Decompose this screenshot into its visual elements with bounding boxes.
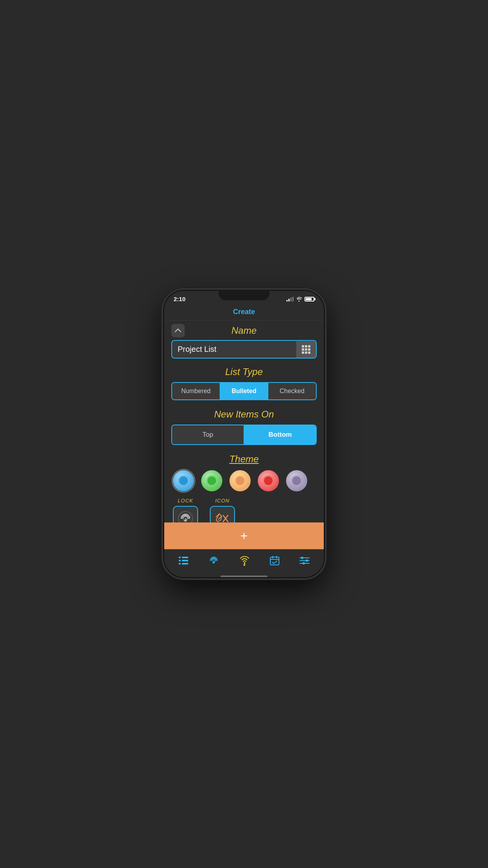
notch bbox=[218, 291, 270, 300]
new-items-section: New Items On Top Bottom bbox=[164, 406, 324, 451]
grid-picker-button[interactable] bbox=[296, 341, 316, 358]
list-type-numbered[interactable]: Numbered bbox=[172, 383, 220, 399]
fingerprint-lock-icon bbox=[178, 511, 193, 522]
battery-icon bbox=[305, 297, 314, 302]
name-section: Name bbox=[164, 320, 324, 363]
tab-sliders[interactable] bbox=[294, 554, 315, 567]
new-items-title: New Items On bbox=[171, 409, 317, 420]
list-type-control: Numbered Bulleted Checked bbox=[171, 382, 317, 400]
name-input[interactable] bbox=[172, 341, 296, 358]
collapse-button[interactable] bbox=[171, 324, 185, 337]
svg-rect-5 bbox=[179, 557, 181, 558]
new-items-control: Top Bottom bbox=[171, 425, 317, 445]
calendar-check-tab-icon bbox=[270, 555, 280, 566]
home-indicator bbox=[220, 576, 268, 577]
new-items-bottom[interactable]: Bottom bbox=[244, 425, 316, 444]
list-type-section: List Type Numbered Bulleted Checked bbox=[164, 363, 324, 406]
tab-wifi-signal[interactable] bbox=[234, 554, 255, 568]
lock-label: LOCK bbox=[178, 498, 193, 504]
name-section-title: Name bbox=[231, 325, 257, 336]
lock-icon-row: LOCK bbox=[171, 498, 317, 522]
tab-fingerprint[interactable] bbox=[204, 554, 224, 568]
lock-icon-box[interactable] bbox=[173, 506, 198, 522]
svg-rect-8 bbox=[182, 560, 188, 561]
add-button[interactable]: + bbox=[164, 522, 324, 549]
signal-icon bbox=[286, 297, 294, 302]
list-type-bulleted[interactable]: Bulleted bbox=[220, 383, 268, 399]
icon-label: ICON bbox=[215, 498, 230, 504]
theme-title: Theme bbox=[171, 454, 317, 465]
lists-tab-icon bbox=[178, 556, 189, 565]
new-items-top[interactable]: Top bbox=[172, 425, 244, 444]
status-icons bbox=[286, 297, 314, 302]
name-input-row bbox=[171, 340, 317, 359]
sliders-tab-icon bbox=[299, 556, 310, 565]
color-orange[interactable] bbox=[229, 470, 251, 491]
nav-bar: Create bbox=[164, 305, 324, 320]
svg-point-19 bbox=[306, 559, 308, 562]
wifi-signal-tab-icon bbox=[238, 555, 250, 566]
nav-title: Create bbox=[233, 308, 255, 316]
svg-rect-7 bbox=[179, 560, 181, 561]
svg-rect-9 bbox=[179, 563, 181, 565]
svg-rect-6 bbox=[182, 557, 188, 558]
tab-lists[interactable] bbox=[173, 554, 194, 567]
wifi-icon bbox=[296, 297, 302, 302]
tab-calendar-check[interactable] bbox=[265, 554, 284, 567]
add-plus-icon: + bbox=[240, 530, 248, 542]
icon-icon-box[interactable] bbox=[210, 506, 235, 522]
svg-rect-12 bbox=[270, 557, 279, 565]
svg-rect-10 bbox=[182, 563, 188, 565]
tools-icon bbox=[215, 511, 230, 522]
color-purple[interactable] bbox=[286, 470, 307, 491]
name-section-header: Name bbox=[171, 325, 317, 336]
theme-section: Theme bbox=[164, 451, 324, 522]
tab-bar bbox=[164, 549, 324, 574]
color-green[interactable] bbox=[201, 470, 222, 491]
grid-icon bbox=[302, 345, 310, 354]
svg-point-21 bbox=[303, 562, 305, 565]
svg-point-17 bbox=[301, 557, 303, 559]
color-row bbox=[171, 470, 317, 491]
fingerprint-tab-icon bbox=[208, 555, 219, 566]
list-type-checked[interactable]: Checked bbox=[268, 383, 316, 399]
list-type-title: List Type bbox=[171, 366, 317, 377]
lock-item: LOCK bbox=[173, 498, 198, 522]
color-red[interactable] bbox=[258, 470, 279, 491]
status-time: 2:10 bbox=[174, 296, 185, 302]
color-blue[interactable] bbox=[173, 470, 194, 491]
icon-item: ICON bbox=[210, 498, 235, 522]
content-area: Name List Type Numbe bbox=[164, 320, 324, 522]
